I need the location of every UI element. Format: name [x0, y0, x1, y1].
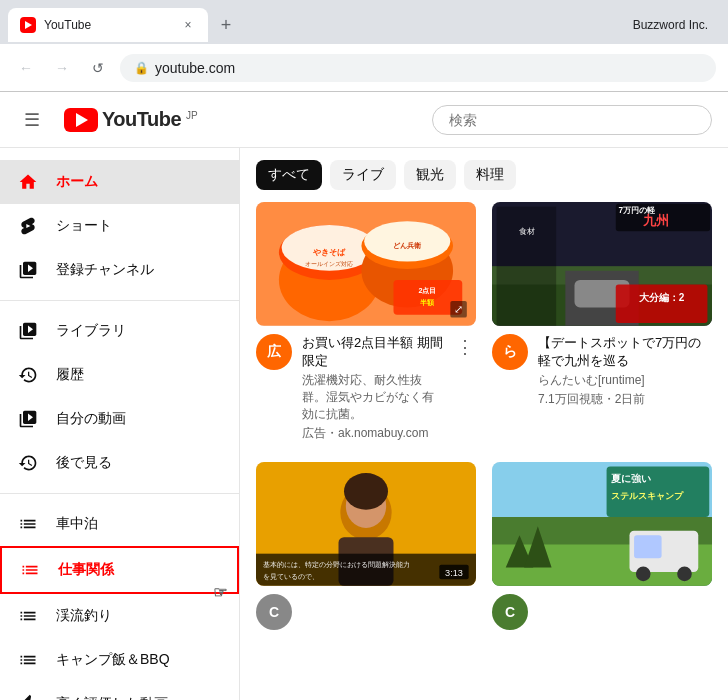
playlist-icon-camping-bbq [16, 648, 40, 672]
svg-point-43 [677, 567, 692, 582]
new-tab-button[interactable]: + [212, 11, 240, 39]
video-card-noodles-ad[interactable]: やきそば オールインズ対応 どん兵衛 2点目 半額 [256, 202, 476, 446]
video-thumbnail-kyushu: 食材 7万円の軽 九州 大分編：2 [492, 202, 712, 326]
tab-close-button[interactable]: × [180, 17, 196, 33]
svg-rect-41 [634, 535, 662, 558]
sidebar: ホーム ショート 登録チャンネル ライブラリ [0, 148, 240, 700]
video-menu-button-noodles[interactable]: ⋮ [454, 334, 476, 442]
woman-thumb-svg: 基本的には、特定の分野における問題解決能力 を見ているので、 3:13 [256, 462, 476, 586]
svg-point-42 [636, 567, 651, 582]
video-channel-kyushu: らんたいむ[runtime] [538, 372, 712, 389]
playlist-icon-stream-fishing [16, 604, 40, 628]
yt-body: ホーム ショート 登録チャンネル ライブラリ [0, 148, 728, 700]
channel-avatar-kyushu: ら [492, 334, 528, 370]
sidebar-item-stream-fishing[interactable]: 渓流釣り [0, 594, 239, 638]
camping-thumb-svg: 夏に強い ステルスキャンプ [492, 462, 712, 586]
sidebar-item-shorts[interactable]: ショート [0, 204, 239, 248]
svg-point-30 [344, 473, 388, 510]
hamburger-button[interactable]: ☰ [16, 101, 48, 139]
svg-text:オールインズ対応: オールインズ対応 [305, 260, 353, 267]
subscriptions-icon [16, 258, 40, 282]
sidebar-item-subscriptions[interactable]: 登録チャンネル [0, 248, 239, 292]
channel-avatar-noodles: 広 [256, 334, 292, 370]
sidebar-item-watch-later[interactable]: 後で見る [0, 441, 239, 485]
sidebar-item-history[interactable]: 履歴 [0, 353, 239, 397]
svg-text:2点目: 2点目 [418, 286, 436, 295]
sidebar-label-home: ホーム [56, 173, 98, 191]
svg-text:夏に強い: 夏に強い [611, 473, 651, 484]
playlist-icon-car-trip [16, 512, 40, 536]
lock-icon: 🔒 [134, 61, 149, 75]
main-content: すべて ライブ 観光 料理 やきそば [240, 148, 728, 700]
active-tab[interactable]: YouTube × [8, 8, 208, 42]
video-details-noodles: お買い得2点目半額 期間限定 洗濯機対応、耐久性抜群。湿気やカビがなく有効に抗菌… [302, 334, 444, 442]
channel-avatar-woman: C [256, 594, 292, 630]
sidebar-label-car-trip: 車中泊 [56, 515, 98, 533]
sidebar-item-library[interactable]: ライブラリ [0, 309, 239, 353]
library-icon [16, 319, 40, 343]
sidebar-label-library: ライブラリ [56, 322, 126, 340]
playlist-icon-work [18, 558, 42, 582]
address-input[interactable]: 🔒 youtube.com [120, 54, 716, 82]
video-thumbnail-camping: 夏に強い ステルスキャンプ [492, 462, 712, 586]
video-card-woman[interactable]: 基本的には、特定の分野における問題解決能力 を見ているので、 3:13 C [256, 462, 476, 634]
filter-tourism[interactable]: 観光 [404, 160, 456, 190]
video-details-camping [538, 594, 712, 630]
video-card-kyushu[interactable]: 食材 7万円の軽 九州 大分編：2 ら 【デート [492, 202, 712, 446]
svg-text:を見ているので、: を見ているので、 [263, 572, 319, 581]
tab-favicon [20, 17, 36, 33]
shorts-icon [16, 214, 40, 238]
video-info-noodles: 広 お買い得2点目半額 期間限定 洗濯機対応、耐久性抜群。湿気やカビがなく有効に… [256, 326, 476, 446]
sidebar-label-history: 履歴 [56, 366, 84, 384]
svg-text:九州: 九州 [642, 213, 669, 228]
filter-all[interactable]: すべて [256, 160, 322, 190]
home-icon [16, 170, 40, 194]
filter-cooking[interactable]: 料理 [464, 160, 516, 190]
sidebar-item-work[interactable]: 仕事関係 ☞ [0, 546, 239, 594]
refresh-button[interactable]: ↺ [84, 54, 112, 82]
noodle-thumb-svg: やきそば オールインズ対応 どん兵衛 2点目 半額 [256, 202, 476, 326]
search-input[interactable] [432, 105, 712, 135]
video-grid: やきそば オールインズ対応 どん兵衛 2点目 半額 [240, 202, 728, 650]
video-card-camping[interactable]: 夏に強い ステルスキャンプ C [492, 462, 712, 634]
video-title-kyushu: 【デートスポットで7万円の軽で九州を巡る [538, 334, 712, 370]
yt-logo[interactable]: YouTube JP [64, 108, 198, 132]
sidebar-item-liked[interactable]: 高く評価した動画 [0, 682, 239, 700]
yt-logo-icon [64, 108, 98, 132]
yt-logo-text: YouTube [102, 108, 181, 131]
filter-live[interactable]: ライブ [330, 160, 396, 190]
svg-text:食材: 食材 [519, 227, 535, 236]
yt-header: ☰ YouTube JP [0, 92, 728, 148]
video-thumbnail-woman: 基本的には、特定の分野における問題解決能力 を見ているので、 3:13 [256, 462, 476, 586]
channel-avatar-camping: C [492, 594, 528, 630]
sidebar-item-own-videos[interactable]: 自分の動画 [0, 397, 239, 441]
video-info-kyushu: ら 【デートスポットで7万円の軽で九州を巡る らんたいむ[runtime] 7.… [492, 326, 712, 412]
sidebar-label-stream-fishing: 渓流釣り [56, 607, 112, 625]
video-info-woman: C [256, 586, 476, 634]
sidebar-item-camping-bbq[interactable]: キャンプ飯＆BBQ [0, 638, 239, 682]
sidebar-item-car-trip[interactable]: 車中泊 [0, 502, 239, 546]
url-text: youtube.com [155, 60, 235, 76]
sidebar-label-shorts: ショート [56, 217, 112, 235]
back-button[interactable]: ← [12, 54, 40, 82]
svg-text:大分編：2: 大分編：2 [638, 292, 685, 303]
svg-text:どん兵衛: どん兵衛 [393, 241, 422, 250]
sidebar-label-watch-later: 後で見る [56, 454, 112, 472]
filter-bar: すべて ライブ 観光 料理 [240, 148, 728, 202]
video-meta-noodles: 洗濯機対応、耐久性抜群。湿気やカビがなく有効に抗菌。 [302, 372, 444, 423]
tab-bar: YouTube × + Buzzword Inc. [0, 0, 728, 44]
sidebar-label-subscriptions: 登録チャンネル [56, 261, 154, 279]
sidebar-item-home[interactable]: ホーム [0, 160, 239, 204]
sidebar-divider-1 [0, 300, 239, 301]
forward-button[interactable]: → [48, 54, 76, 82]
yt-play-icon [76, 113, 88, 127]
sidebar-label-own-videos: 自分の動画 [56, 410, 126, 428]
yt-logo-jp: JP [186, 110, 198, 121]
sidebar-divider-2 [0, 493, 239, 494]
youtube-app: ☰ YouTube JP ホーム ショート [0, 92, 728, 700]
svg-text:やきそば: やきそば [312, 248, 346, 257]
sidebar-label-camping-bbq: キャンプ飯＆BBQ [56, 651, 170, 669]
tab-title: YouTube [44, 18, 172, 32]
video-details-kyushu: 【デートスポットで7万円の軽で九州を巡る らんたいむ[runtime] 7.1万… [538, 334, 712, 408]
watch-later-icon [16, 451, 40, 475]
